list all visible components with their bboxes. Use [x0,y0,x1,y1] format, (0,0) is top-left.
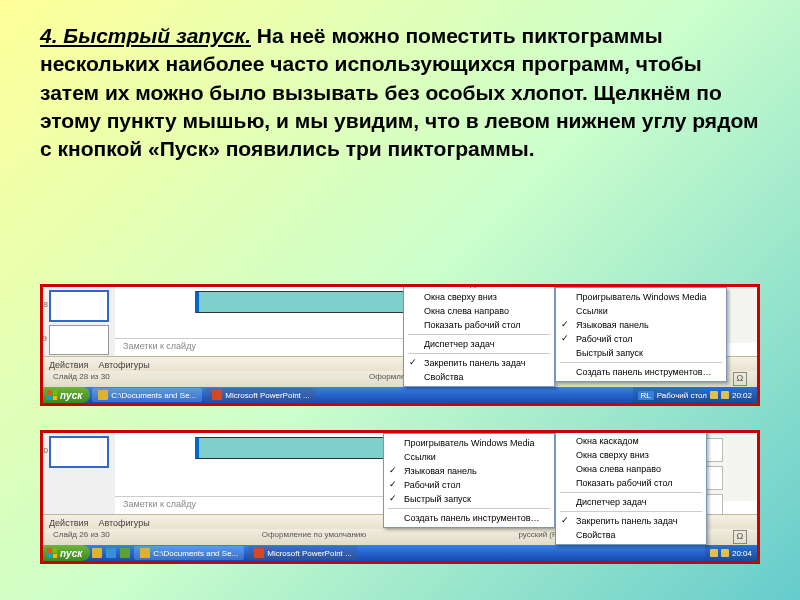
taskbar-item-powerpoint[interactable]: Microsoft PowerPoint ... [206,388,315,402]
paragraph: 4. Быстрый запуск. На неё можно поместит… [0,0,800,174]
slide-thumbnails: 28 29 [43,287,116,359]
windows-logo-icon [47,390,57,400]
tray-icon[interactable] [721,391,729,399]
taskbar-context-menu: Панели инструментов▸ Окна каскадом Окна … [403,284,555,387]
menu-item-lock-taskbar[interactable]: ✓Закрепить панель задач [404,356,554,370]
taskbar: пуск C:\Documents and Se... Microsoft Po… [43,545,757,561]
powerpoint-icon [212,390,222,400]
menu-item-taskmgr[interactable]: Диспетчер задач [556,495,706,509]
quick-launch-icon[interactable] [106,548,116,558]
taskbar-item-powerpoint[interactable]: Microsoft PowerPoint ... [248,546,357,560]
submenu-item-langpanel[interactable]: ✓Языковая панель [556,318,726,332]
autoshapes-menu[interactable]: Автофигуры [98,360,149,370]
menu-item-tile-h[interactable]: Окна слева направо [404,304,554,318]
menu-item-cascade[interactable]: Окна каскадом [556,434,706,448]
check-icon: ✓ [389,493,397,503]
submenu-item-quicklaunch[interactable]: ✓Быстрый запуск [384,492,554,506]
screenshot-2: 30 Показывать при вставке слай Заметки к… [40,430,760,564]
heading-title: 4. Быстрый запуск. [40,24,251,47]
submenu-item-langpanel[interactable]: ✓Языковая панель [384,464,554,478]
submenu-item-links[interactable]: Ссылки [384,450,554,464]
submenu-item-quicklaunch[interactable]: Быстрый запуск [556,346,726,360]
check-icon: ✓ [561,319,569,329]
system-tray: RL Рабочий стол 20:02 [633,387,757,403]
system-tray: 20:04 [705,545,757,561]
toolbars-submenu: Проигрыватель Windows Media Ссылки ✓Язык… [555,287,727,382]
menu-item-tile-v[interactable]: Окна сверху вниз [404,290,554,304]
thumb-number: 30 [40,446,48,455]
menu-item-properties[interactable]: Свойства [404,370,554,384]
powerpoint-icon [254,548,264,558]
folder-icon [140,548,150,558]
actions-menu[interactable]: Действия [49,360,88,370]
thumb-number: 29 [40,334,47,343]
menu-item-tile-h[interactable]: Окна слева направо [556,462,706,476]
tray-icon[interactable] [710,391,718,399]
submenu-item-wmp[interactable]: Проигрыватель Windows Media [384,436,554,450]
menu-item-show-desktop[interactable]: Показать рабочий стол [556,476,706,490]
quick-launch-icon[interactable] [92,548,102,558]
submenu-item-create[interactable]: Создать панель инструментов… [384,511,554,525]
submenu-item-links[interactable]: Ссылки [556,304,726,318]
start-label: пуск [60,390,82,401]
check-icon: ✓ [389,465,397,475]
design-label: Оформление по умолчанию [262,530,367,544]
folder-icon [98,390,108,400]
check-icon: ✓ [409,357,417,367]
slide-counter: Слайд 26 из 30 [53,530,110,544]
autoshapes-menu[interactable]: Автофигуры [98,518,149,528]
menu-item-taskmgr[interactable]: Диспетчер задач [404,337,554,351]
taskbar-context-menu: Панели инструментов▸ Окна каскадом Окна … [555,430,707,545]
start-label: пуск [60,548,82,559]
quick-launch-icon[interactable] [120,548,130,558]
submenu-item-desktop[interactable]: ✓Рабочий стол [556,332,726,346]
tray-icon[interactable] [721,549,729,557]
taskbar-item-explorer[interactable]: C:\Documents and Se... [134,546,244,560]
actions-menu[interactable]: Действия [49,518,88,528]
clock[interactable]: 20:02 [732,391,752,400]
omega-icon[interactable]: Ω [733,530,747,544]
taskbar-item-explorer[interactable]: C:\Documents and Se... [92,388,202,402]
thumb-number: 28 [40,300,48,309]
toolbars-submenu: Проигрыватель Windows Media Ссылки ✓Язык… [383,433,555,528]
check-icon: ✓ [561,515,569,525]
start-button[interactable]: пуск [43,545,90,561]
submenu-item-desktop[interactable]: ✓Рабочий стол [384,478,554,492]
submenu-item-create[interactable]: Создать панель инструментов… [556,365,726,379]
menu-item-lock-taskbar[interactable]: ✓Закрепить панель задач [556,514,706,528]
tray-icon[interactable] [710,549,718,557]
omega-icon[interactable]: Ω [733,372,747,386]
windows-logo-icon [47,548,57,558]
tray-desktop-label[interactable]: Рабочий стол [657,391,707,400]
screenshot-1: 28 29 Показывать при вставке слай Заметк… [40,284,760,406]
check-icon: ✓ [561,333,569,343]
menu-item-show-desktop[interactable]: Показать рабочий стол [404,318,554,332]
start-button[interactable]: пуск [43,387,90,403]
menu-item-properties[interactable]: Свойства [556,528,706,542]
check-icon: ✓ [389,479,397,489]
taskbar: пуск C:\Documents and Se... Microsoft Po… [43,387,757,403]
slide-counter: Слайд 28 из 30 [53,372,110,386]
language-indicator[interactable]: RL [638,391,654,400]
slide-thumbnails: 30 [43,433,116,517]
submenu-item-wmp[interactable]: Проигрыватель Windows Media [556,290,726,304]
menu-item-tile-v[interactable]: Окна сверху вниз [556,448,706,462]
clock[interactable]: 20:04 [732,549,752,558]
